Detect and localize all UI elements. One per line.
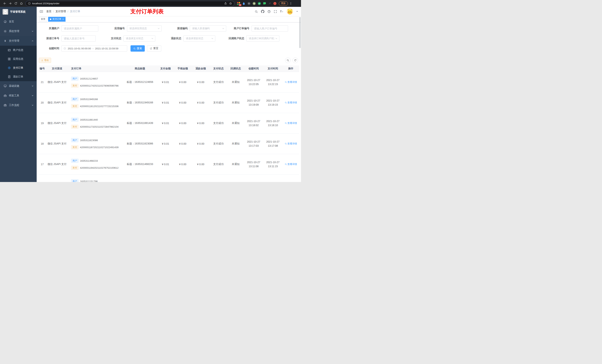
search-icon[interactable]	[255, 10, 258, 13]
channel-code-select[interactable]: 请输入渠道编码	[190, 25, 226, 32]
monitor-icon	[4, 84, 7, 87]
dark-circle-extension-icon[interactable]	[247, 2, 251, 5]
fullscreen-icon[interactable]	[274, 10, 277, 13]
merchant-input[interactable]	[62, 25, 98, 32]
pay-tag: 支付	[71, 83, 78, 88]
refresh-button[interactable]	[13, 1, 19, 6]
url-text[interactable]: localhost:1024/pay/order	[32, 2, 59, 5]
cell-notify: 未通知	[227, 72, 244, 92]
navbar-right-tools: TT	[255, 8, 298, 15]
sidebar-item-merchant-info[interactable]: 商户信息	[0, 46, 37, 54]
page-scrollbar[interactable]	[299, 17, 301, 48]
sidebar: 芋道管理系统 首页 系统管理 ¥ 支付管理	[0, 7, 37, 182]
browser-menu-icon[interactable]	[289, 2, 292, 5]
cell-channel: 微信 JSAPI 支付	[45, 134, 68, 154]
channel-order-no-input[interactable]	[62, 35, 96, 42]
forward-button[interactable]	[7, 1, 13, 6]
cell-created: 2021-10-27 13:19:09	[244, 93, 263, 113]
cell-fee: ¥ 0.00	[174, 154, 192, 174]
callback-status-select[interactable]: 请选择订单回调商户状态	[246, 35, 279, 42]
cell-fee: ¥ 0.00	[174, 113, 192, 133]
sidebar-item-home[interactable]: 首页	[0, 17, 37, 26]
browser-update-button[interactable]: 更新	[279, 1, 288, 6]
sidebar-item-app-info[interactable]: 应用信息	[0, 54, 37, 63]
user-avatar[interactable]	[287, 8, 293, 15]
cell-notify: 未通知	[227, 134, 244, 154]
logo[interactable]: 芋道管理系统	[0, 7, 37, 17]
cell-title: 标题：1635311823086	[123, 134, 157, 154]
browser-toolbar: localhost:1024/pay/order 10	[0, 0, 301, 7]
tab-pay-order[interactable]: 支付订单 ×	[48, 17, 65, 22]
tab-home[interactable]: 首页	[39, 17, 47, 22]
cell-title: 标题：1635311468233	[123, 154, 157, 174]
tags-view-bar: 首页 支付订单 ×	[37, 16, 301, 22]
share-icon[interactable]	[224, 2, 227, 5]
refund-status-select[interactable]: 请选择退款状态	[183, 35, 215, 42]
github-icon[interactable]	[261, 10, 264, 13]
search-button[interactable]: 搜索	[130, 45, 145, 52]
view-detail-link[interactable]: 查看详情	[285, 142, 297, 145]
font-size-icon[interactable]: TT	[280, 10, 284, 13]
col-status: 支付状态	[210, 65, 227, 72]
view-detail-link[interactable]: 查看详情	[285, 101, 297, 104]
merchant-order-no-input[interactable]	[252, 25, 288, 32]
help-icon[interactable]	[268, 10, 271, 13]
sidebar-item-infrastructure[interactable]: 基础设施	[0, 81, 37, 91]
app-grid-icon	[8, 58, 11, 61]
view-detail-link[interactable]: 查看详情	[285, 81, 297, 84]
bookmark-star-icon[interactable]	[229, 2, 232, 5]
col-actions: 操作	[282, 65, 299, 72]
cell-paid	[263, 175, 282, 182]
sidebar-item-pay-order[interactable]: 支付订单	[0, 63, 37, 72]
date-end-value[interactable]: 2021-10-31 23:59:59	[95, 47, 118, 50]
col-created: 创建时间	[244, 65, 263, 72]
date-start-value[interactable]: 2021-10-01 00:00:00	[68, 47, 91, 50]
create-time-range-input[interactable]: 2021-10-01 00:00:00 - 2021-10-31 23:59:5…	[62, 45, 127, 52]
merchant-tag: 商户	[71, 77, 78, 81]
breadcrumb-payment[interactable]: 支付管理	[55, 10, 66, 13]
refresh-table-icon[interactable]	[292, 58, 298, 63]
sidebar-item-system[interactable]: 系统管理	[0, 26, 37, 36]
cell-notify: 未通知	[227, 113, 244, 133]
cell-amount: ¥ 0.01	[157, 72, 174, 92]
dashboard-icon	[4, 20, 7, 23]
sidebar-item-dev-tools[interactable]: 研发工具	[0, 91, 37, 100]
colorful-extension-icon[interactable]: 10	[237, 2, 240, 5]
filter-pay-status: 支付状态 请选择支付状态	[96, 35, 155, 42]
view-detail-link[interactable]: 查看详情	[285, 122, 297, 125]
pay-status-select[interactable]: 请选择支付状态	[123, 35, 155, 42]
pin-extension-icon[interactable]	[268, 2, 271, 5]
merchant-tag: 商户	[71, 138, 78, 142]
sidebar-item-workflow[interactable]: 工作流程	[0, 100, 37, 110]
col-refund: 退款金额	[192, 65, 210, 72]
toolbox-icon	[4, 94, 7, 97]
sidebar-item-payment[interactable]: ¥ 支付管理	[0, 36, 37, 46]
cell-actions: 查看详情	[282, 93, 299, 113]
breadcrumb-home[interactable]: 首页	[46, 10, 52, 13]
green-check-extension-icon[interactable]	[258, 2, 261, 5]
url-bar[interactable]: localhost:1024/pay/order	[26, 1, 234, 6]
export-button[interactable]: 导出	[39, 58, 51, 63]
olive-circle-extension-icon[interactable]	[252, 2, 256, 5]
face-avatar-extension-icon[interactable]	[273, 2, 277, 5]
cell-created: 2021-10-27 13:18:02	[244, 113, 263, 133]
cell-fee: ¥ 0.00	[174, 93, 192, 113]
page-annotation-title: 支付订单列表	[130, 8, 164, 15]
hide-search-icon[interactable]	[285, 58, 291, 63]
pay-tag: 支付	[71, 104, 78, 108]
view-detail-link[interactable]: 查看详情	[285, 163, 297, 166]
back-button[interactable]	[2, 1, 7, 6]
sidebar-item-refund-order[interactable]: 退款订单	[0, 72, 37, 81]
app-no-select[interactable]: 请选择应用信息	[127, 25, 161, 32]
tab-close-icon[interactable]: ×	[62, 18, 64, 20]
logo-image	[3, 9, 8, 15]
avatar-caret-down-icon[interactable]	[296, 10, 298, 12]
chat-extension-icon[interactable]	[263, 2, 266, 5]
site-info-icon[interactable]	[28, 2, 31, 5]
filter-channel-order-no: 渠道订单号	[39, 35, 96, 42]
sidebar-toggle-icon[interactable]	[40, 10, 43, 13]
home-button[interactable]	[19, 1, 24, 6]
drop-extension-icon[interactable]	[242, 2, 246, 5]
cell-title: 标题：1635311949168	[123, 93, 157, 113]
reset-button[interactable]: 重置	[147, 45, 161, 52]
